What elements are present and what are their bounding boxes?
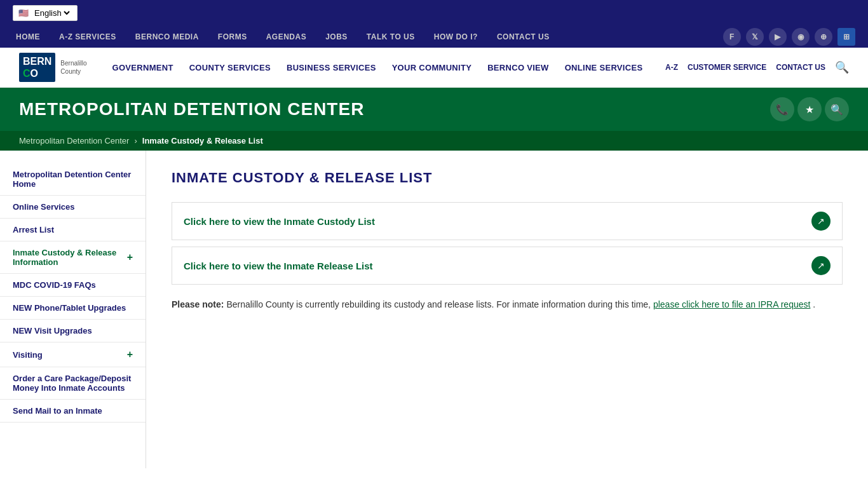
custody-list-link-box[interactable]: Click here to view the Inmate Custody Li… xyxy=(172,202,843,240)
logo-text: BernalilloCounty xyxy=(60,59,86,76)
sidebar-item-mdc-home[interactable]: Metropolitan Detention Center Home xyxy=(0,163,146,196)
instagram-icon[interactable]: ◉ xyxy=(792,28,810,46)
facebook-icon[interactable]: f xyxy=(723,28,741,46)
header-search-button[interactable]: 🔍 xyxy=(835,60,849,74)
language-selector[interactable]: 🇺🇸 English xyxy=(13,5,78,21)
release-link-arrow-icon: ↗ xyxy=(811,256,831,275)
nav-bernco-media[interactable]: BERNCO MEDIA xyxy=(132,26,202,48)
sidebar-item-care-package[interactable]: Order a Care Package/Deposit Money Into … xyxy=(0,367,146,400)
logo-box: BERN CO xyxy=(19,53,55,82)
flickr-icon[interactable]: ⊕ xyxy=(815,28,832,46)
breadcrumb: Metropolitan Detention Center › Inmate C… xyxy=(0,131,868,151)
header-contact-us-link[interactable]: CONTACT US xyxy=(776,63,825,72)
note-text-body: Bernalillo County is currently rebuildin… xyxy=(226,299,653,309)
logo-link[interactable]: BERN CO BernalilloCounty xyxy=(19,53,86,82)
flag-icon: 🇺🇸 xyxy=(18,8,29,18)
nav-jobs[interactable]: JOBS xyxy=(322,26,351,48)
nav-agendas[interactable]: AGENDAS xyxy=(263,26,310,48)
expand-inmate-custody-icon[interactable]: + xyxy=(127,252,133,263)
ipra-request-link[interactable]: please click here to file an IPRA reques… xyxy=(653,299,810,309)
sidebar-item-send-mail[interactable]: Send Mail to an Inmate xyxy=(0,400,146,423)
nav-az-services[interactable]: A-Z SERVICES xyxy=(56,26,119,48)
sidebar-item-online-services[interactable]: Online Services xyxy=(0,196,146,219)
sidebar-item-mdc-covid[interactable]: MDC COVID-19 FAQs xyxy=(0,274,146,297)
breadcrumb-home-link[interactable]: Metropolitan Detention Center xyxy=(19,136,129,146)
custody-link-arrow-icon: ↗ xyxy=(811,212,831,231)
header-right: A-Z CUSTOMER SERVICE CONTACT US 🔍 xyxy=(665,60,849,74)
nav-bernco-view[interactable]: BERNCO VIEW xyxy=(481,58,555,78)
note-paragraph: Please note: Bernalillo County is curren… xyxy=(172,297,843,311)
green-banner: METROPOLITAN DETENTION CENTER 📞 ★ 🔍 xyxy=(0,88,868,131)
breadcrumb-separator: › xyxy=(134,136,137,146)
nav-talk-to-us[interactable]: TALK TO US xyxy=(363,26,418,48)
search-icon[interactable]: 🔍 xyxy=(825,97,849,121)
star-icon[interactable]: ★ xyxy=(797,97,822,121)
nav-how-do-i[interactable]: HOW DO I? xyxy=(431,26,481,48)
nav-forms[interactable]: FORMS xyxy=(215,26,250,48)
header-customer-service-link[interactable]: CUSTOMER SERVICE xyxy=(688,63,766,72)
nav-online-services[interactable]: ONLINE SERVICES xyxy=(559,58,649,78)
nav-home[interactable]: HOME xyxy=(13,26,43,48)
sidebar-item-visiting[interactable]: Visiting + xyxy=(0,342,146,367)
nav-your-community[interactable]: YOUR COMMUNITY xyxy=(386,58,478,78)
expand-visiting-icon[interactable]: + xyxy=(127,349,133,360)
sidebar-item-visit-upgrades[interactable]: NEW Visit Upgrades xyxy=(0,320,146,342)
header-bar: BERN CO BernalilloCounty GOVERNMENT COUN… xyxy=(0,48,868,88)
language-dropdown[interactable]: English xyxy=(32,8,72,18)
youtube-icon[interactable]: ▶ xyxy=(769,28,787,46)
sidebar-item-arrest-list[interactable]: Arrest List xyxy=(0,219,146,241)
sidebar-item-phone-tablet[interactable]: NEW Phone/Tablet Upgrades xyxy=(0,297,146,320)
sidebar: Metropolitan Detention Center Home Onlin… xyxy=(0,151,146,468)
utility-bar: 🇺🇸 English xyxy=(0,0,868,26)
nav-government[interactable]: GOVERNMENT xyxy=(105,58,179,78)
phone-icon[interactable]: 📞 xyxy=(770,97,794,121)
note-bold: Please note: xyxy=(172,299,224,309)
logo-co: CO xyxy=(23,67,51,79)
social-links: f 𝕏 ▶ ◉ ⊕ ⊞ xyxy=(723,28,855,46)
sidebar-item-inmate-custody[interactable]: Inmate Custody & Release Information + xyxy=(0,241,146,274)
content-wrapper: Metropolitan Detention Center Home Onlin… xyxy=(0,151,868,468)
nav-business-services[interactable]: BUSINESS SERVICES xyxy=(280,58,383,78)
note-suffix: . xyxy=(813,299,815,309)
custody-list-link[interactable]: Click here to view the Inmate Custody Li… xyxy=(184,216,375,227)
page-title: INMATE CUSTODY & RELEASE LIST xyxy=(172,170,843,186)
twitter-icon[interactable]: 𝕏 xyxy=(746,28,764,46)
grid-menu-icon[interactable]: ⊞ xyxy=(837,28,855,46)
nav-contact-us[interactable]: CONTACT US xyxy=(494,26,553,48)
release-list-link[interactable]: Click here to view the Inmate Release Li… xyxy=(184,261,373,271)
logo-bern: BERN xyxy=(23,55,51,67)
release-list-link-box[interactable]: Click here to view the Inmate Release Li… xyxy=(172,247,843,285)
header-az-link[interactable]: A-Z xyxy=(665,63,678,72)
main-content: INMATE CUSTODY & RELEASE LIST Click here… xyxy=(146,151,868,468)
main-nav: GOVERNMENT COUNTY SERVICES BUSINESS SERV… xyxy=(105,58,665,78)
banner-icons: 📞 ★ 🔍 xyxy=(770,97,849,121)
banner-title: METROPOLITAN DETENTION CENTER xyxy=(19,99,364,119)
breadcrumb-current: Inmate Custody & Release List xyxy=(142,136,263,146)
nav-county-services[interactable]: COUNTY SERVICES xyxy=(183,58,277,78)
nav-bar: HOME A-Z SERVICES BERNCO MEDIA FORMS AGE… xyxy=(0,26,868,48)
language-selector-wrapper: 🇺🇸 English xyxy=(13,5,78,21)
